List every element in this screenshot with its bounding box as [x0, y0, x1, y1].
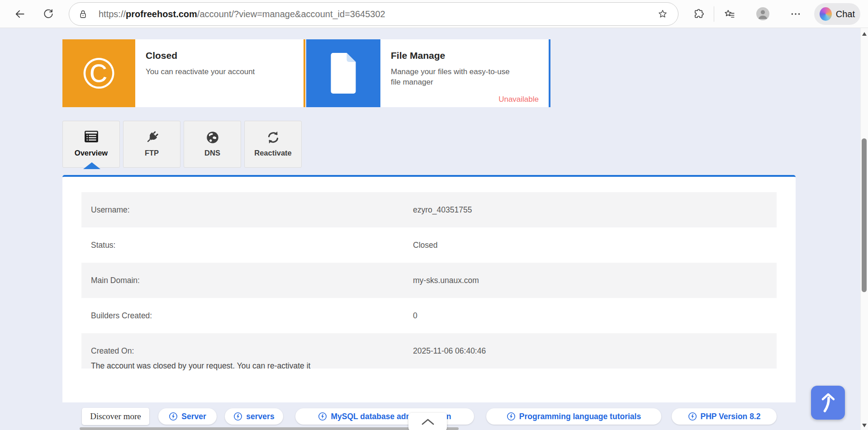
bolt-circle-icon — [318, 412, 327, 421]
lock-icon — [79, 9, 87, 19]
tag-label: PHP Version 8.2 — [701, 412, 761, 421]
table-row-username: Username: ezyro_40351755 — [81, 192, 777, 227]
tab-overview[interactable]: Overview — [62, 121, 120, 168]
account-tabs: Overview FTP — [62, 121, 302, 168]
orange-accent-bar — [304, 39, 305, 107]
status-card-title: Closed — [146, 50, 304, 61]
url-domain: profreehost.com — [126, 9, 197, 19]
tag-mysql-database-administration[interactable]: MySQL database administration — [295, 408, 474, 425]
account-details-table: Username: ezyro_40351755 Status: Closed … — [81, 192, 777, 369]
row-value: 0 — [413, 311, 417, 321]
copilot-chat-button[interactable]: Chat — [814, 3, 860, 25]
file-manage-card[interactable]: File Manage Manage your files with easy-… — [306, 39, 549, 107]
copyright-icon: © — [83, 52, 115, 95]
tag-php-version[interactable]: PHP Version 8.2 — [672, 408, 777, 425]
tab-dns-label: DNS — [184, 149, 241, 157]
url-path: /account/?view=manage&account_id=3645302 — [197, 9, 385, 19]
tag-servers[interactable]: servers — [225, 408, 283, 425]
ellipsis-icon — [790, 8, 802, 20]
address-bar[interactable]: https://profreehost.com/account/?view=ma… — [69, 2, 678, 26]
file-icon-box — [306, 39, 380, 107]
row-label: Status: — [91, 241, 413, 250]
row-value: 2025-11-06 06:40:46 — [413, 346, 486, 356]
row-label: Created On: — [91, 346, 413, 356]
list-icon — [84, 130, 99, 143]
overview-panel: Username: ezyro_40351755 Status: Closed … — [62, 175, 796, 402]
bolt-circle-icon — [688, 412, 697, 421]
row-value: my-sks.unaux.com — [413, 276, 479, 285]
collapse-tags-button[interactable] — [408, 413, 447, 430]
settings-menu-button[interactable] — [790, 8, 802, 20]
browser-toolbar: https://profreehost.com/account/?view=ma… — [0, 0, 868, 28]
extensions-button[interactable] — [693, 8, 705, 20]
person-icon — [756, 7, 769, 20]
row-label: Main Domain: — [91, 276, 413, 285]
unavailable-badge: Unavailable — [498, 95, 539, 104]
url-scheme: https:// — [99, 9, 126, 19]
tab-dns[interactable]: DNS — [184, 121, 241, 168]
row-value: Closed — [413, 241, 437, 250]
tag-label: Programming language tutorials — [519, 412, 641, 421]
bolt-circle-icon — [507, 412, 516, 421]
account-status-card: © Closed You can reactivate your account — [62, 39, 304, 107]
chat-button-label: Chat — [836, 9, 855, 19]
vertical-scrollbar-thumb[interactable] — [862, 138, 867, 292]
tab-overview-label: Overview — [63, 149, 119, 157]
bookmark-star-icon[interactable] — [657, 9, 668, 19]
status-card-description: You can reactivate your account — [146, 67, 304, 77]
row-label: Builders Created: — [91, 311, 413, 321]
favorites-star-lines-icon — [724, 8, 735, 20]
tab-reactivate-label: Reactivate — [245, 149, 301, 157]
scrollbar-up-arrow[interactable] — [862, 32, 867, 36]
copilot-icon — [820, 7, 832, 21]
table-row-main-domain: Main Domain: my-sks.unaux.com — [81, 263, 777, 298]
tag-label: servers — [246, 412, 274, 421]
arrow-up-icon — [819, 392, 838, 413]
copyright-icon-box: © — [62, 39, 135, 107]
back-icon — [14, 8, 26, 20]
globe-icon — [205, 130, 220, 145]
file-icon — [325, 51, 361, 96]
blue-accent-bar — [549, 39, 550, 107]
file-manage-title: File Manage — [391, 50, 549, 61]
url-text: https://profreehost.com/account/?view=ma… — [99, 9, 385, 19]
row-label: Username: — [91, 205, 413, 215]
row-value: ezyro_40351755 — [413, 205, 472, 215]
tag-server[interactable]: Server — [158, 408, 217, 425]
refresh-icon — [43, 8, 54, 20]
file-manage-description: Manage your files with easy-to-use file … — [391, 67, 520, 88]
refresh-button[interactable] — [43, 8, 54, 20]
horizontal-scrollbar-thumb[interactable] — [80, 427, 459, 430]
screen: https://profreehost.com/account/?view=ma… — [0, 0, 868, 430]
toolbar-divider — [714, 6, 714, 22]
table-row-builders-created: Builders Created: 0 — [81, 298, 777, 333]
tab-ftp[interactable]: FTP — [123, 121, 180, 168]
discover-more-label: Discover more — [82, 408, 149, 425]
tab-ftp-label: FTP — [123, 149, 180, 157]
plug-icon — [144, 130, 160, 145]
tag-label: Server — [181, 412, 206, 421]
page-content: © Closed You can reactivate your account… — [0, 28, 868, 430]
tab-reactivate[interactable]: Reactivate — [244, 121, 302, 168]
bolt-circle-icon — [169, 412, 178, 421]
refresh-arrows-icon — [266, 130, 281, 145]
account-closed-message: The account was closed by your request. … — [91, 361, 310, 371]
table-row-status: Status: Closed — [81, 227, 777, 263]
profile-avatar[interactable] — [756, 7, 769, 20]
chevron-up-icon — [421, 418, 435, 425]
favorites-button[interactable] — [724, 8, 735, 20]
puzzle-icon — [693, 8, 705, 20]
scrollbar-down-arrow[interactable] — [862, 424, 867, 427]
scroll-to-top-button[interactable] — [811, 386, 845, 420]
bolt-circle-icon — [233, 412, 242, 421]
back-button[interactable] — [14, 8, 26, 20]
active-tab-pointer — [83, 162, 100, 169]
tag-programming-language-tutorials[interactable]: Programming language tutorials — [486, 408, 661, 425]
